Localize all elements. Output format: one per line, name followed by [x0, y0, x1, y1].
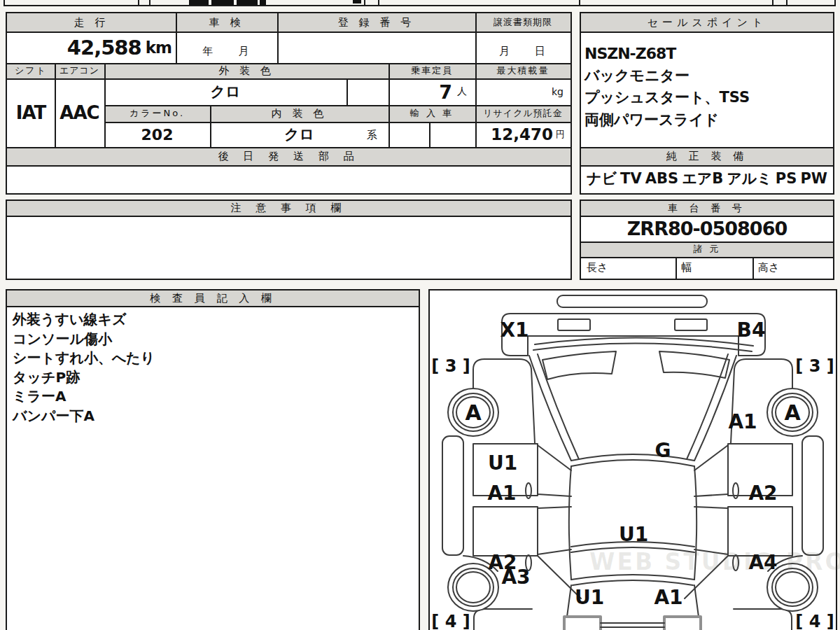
damage-code-roof: U1	[619, 523, 648, 546]
interior-color-header: 内 装 色	[210, 105, 388, 122]
watermark: WEB STUDIO PRO	[589, 548, 840, 575]
equipment-item: エアB	[682, 169, 723, 188]
wheel-code-front-right: A	[784, 400, 801, 425]
damage-code-glass: G	[655, 439, 671, 462]
equipment-item: ナビ	[587, 169, 617, 188]
recycle-number: 12,470	[491, 125, 553, 144]
cutoff-top-row	[0, 0, 840, 8]
cutoff-row-divider	[772, 0, 774, 5]
inspector-note: コンソール傷小	[13, 330, 413, 349]
sales-point: NSZN-Z68T	[584, 43, 831, 65]
cutoff-row-divider	[4, 0, 5, 5]
table-grid-line	[7, 306, 419, 307]
maxload-header: 最大積載量	[475, 63, 570, 78]
table-grid-line	[676, 257, 677, 279]
damage-code-front-right: B4	[737, 318, 766, 342]
table-grid-line	[429, 122, 430, 147]
table-grid-line	[581, 31, 833, 33]
capacity-unit: 人	[457, 85, 467, 98]
maxload-value: kg	[475, 78, 564, 105]
interior-color-suffix: 系	[367, 129, 377, 142]
shift-value: IAT	[7, 78, 55, 147]
damage-code-right-door-front: A2	[748, 482, 777, 505]
transfer-deadline-header: 譲渡書類期限	[475, 13, 570, 31]
tire-depth-rear-left: [ 4 ]	[431, 612, 470, 630]
equipment-item: アルミ	[727, 169, 771, 188]
chassis-number-title: 車 台 番 号	[581, 201, 833, 216]
equipment-item: ABS	[645, 170, 678, 187]
interior-color-name: クロ	[210, 122, 388, 147]
exterior-color-header: 外 装 色	[104, 63, 388, 78]
inspector-note: バンパー下A	[13, 407, 413, 426]
shift-header: シフト	[7, 63, 55, 78]
genuine-equipment-list: ナビ TV ABS エアB アルミ PS PW	[587, 165, 827, 192]
car-diagram-svg: X1 B4 [ 3 ] [ 3 ] A A A1 G U1 A1 A2 A3 A…	[430, 290, 836, 630]
chassis-number-value: ZRR80-0508060	[581, 216, 833, 241]
sales-point: 両側パワースライド	[584, 109, 831, 132]
cutoff-row-divider	[579, 0, 580, 5]
inspector-note: 外装うすい線キズ	[13, 310, 413, 330]
damage-code-tailgate-right: A1	[654, 586, 682, 609]
capacity-header: 乗車定員	[388, 63, 475, 78]
equipment-item: PS	[776, 170, 797, 187]
mileage-value: 42,588 km	[7, 31, 172, 63]
sales-points-panel: セールスポイント NSZN-Z68T バックモニター プッシュスタート、TSS …	[580, 12, 834, 195]
inspector-note: ミラーA	[13, 387, 413, 407]
caution-body	[7, 216, 570, 279]
sales-point: プッシュスタート、TSS	[584, 87, 831, 109]
table-grid-line	[346, 78, 348, 105]
later-parts-header: 後 日 発 送 部 品	[7, 147, 570, 165]
sales-points-list: NSZN-Z68T バックモニター プッシュスタート、TSS 両側パワースライド	[584, 43, 831, 131]
width-label: 幅	[681, 257, 748, 279]
table-grid-line	[752, 257, 754, 279]
cutoff-row-divider	[834, 0, 836, 5]
mileage-unit: km	[146, 38, 172, 57]
interior-color-value: クロ 系	[210, 122, 388, 147]
auction-sheet: 走 行 車 検 登 録 番 号 譲渡書類期限 42,588 km 年 月 月 日…	[0, 0, 840, 630]
exterior-color-value: クロ	[104, 78, 346, 105]
cutoff-row-divider	[364, 0, 365, 5]
recycle-unit: 円	[556, 128, 565, 141]
cutoff-text-fragment	[353, 0, 361, 4]
spec-title: 諸 元	[581, 241, 833, 257]
maxload-unit: kg	[552, 86, 564, 97]
car-condition-diagram: X1 B4 [ 3 ] [ 3 ] A A A1 G U1 A1 A2 A3 A…	[428, 289, 837, 630]
caution-panel: 注 意 事 項 欄	[6, 200, 572, 280]
aircon-value: AAC	[55, 78, 104, 147]
tire-depth-front-left: [ 3 ]	[431, 356, 470, 376]
cutoff-text-fragment	[189, 0, 209, 5]
capacity-number: 7	[439, 81, 452, 103]
mileage-number: 42,588	[67, 36, 141, 59]
genuine-equipment-title: 純 正 装 備	[581, 147, 833, 165]
vehicle-data-table: 走 行 車 検 登 録 番 号 譲渡書類期限 42,588 km 年 月 月 日…	[6, 12, 572, 195]
length-label: 長さ	[587, 257, 671, 279]
cutoff-text-fragment	[211, 0, 234, 5]
later-parts-value	[7, 165, 570, 193]
capacity-value: 7 人	[388, 78, 467, 105]
registration-value	[277, 31, 475, 63]
sales-point: バックモニター	[584, 65, 831, 88]
cutoff-row-bottom-border	[4, 5, 836, 6]
tire-depth-front-right: [ 3 ]	[795, 356, 834, 376]
inspector-notes-panel: 検 査 員 記 入 欄 外装うすい線キズ コンソール傷小 シートすれ小、へたり …	[6, 289, 420, 630]
inspector-note: シートすれ小、へたり	[13, 349, 413, 368]
wheel-code-front-left: A	[465, 400, 482, 425]
tire-depth-rear-right: [ 4 ]	[795, 612, 834, 630]
color-no-value: 202	[104, 122, 210, 147]
sales-points-title: セールスポイント	[581, 13, 833, 31]
cutoff-row-divider	[149, 0, 150, 5]
recycle-header: リサイクル預託金	[475, 105, 570, 122]
color-no-header: カラーNo.	[104, 105, 210, 122]
damage-code-tailgate-left: U1	[575, 586, 604, 609]
cutoff-text-fragment	[237, 0, 258, 5]
cutoff-row-divider	[138, 0, 139, 5]
damage-code-left-quarter: A3	[501, 566, 530, 589]
inspection-value: 年 月	[176, 40, 277, 63]
inspector-note: タッチP跡	[13, 368, 413, 388]
transfer-value: 月 日	[475, 40, 570, 63]
equipment-item: TV	[620, 170, 642, 187]
inspection-header: 車 検	[176, 13, 277, 31]
cutoff-row-divider	[378, 0, 379, 5]
inspector-notes-title: 検 査 員 記 入 欄	[7, 290, 419, 306]
cutoff-row-divider	[786, 0, 788, 5]
